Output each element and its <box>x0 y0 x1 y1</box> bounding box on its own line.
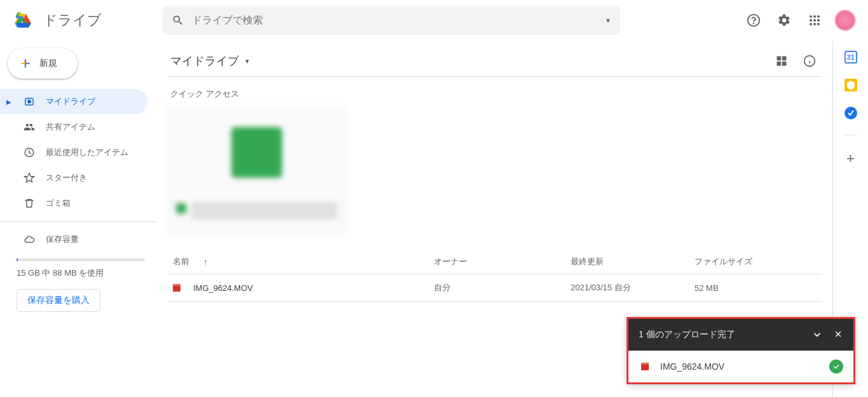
breadcrumb-label: マイドライブ <box>170 53 239 69</box>
sidebar-item-label: 共有アイテム <box>46 121 95 133</box>
sidebar: 新規 ▶ マイドライブ 共有アイテム 最近使用したアイテム <box>0 41 158 397</box>
sidebar-item-trash[interactable]: ゴミ箱 <box>0 191 147 216</box>
svg-point-16 <box>817 19 820 22</box>
storage-text: 15 GB 中 88 MB を使用 <box>17 267 145 279</box>
video-file-icon <box>639 361 651 372</box>
column-name[interactable]: 名前 ↑ <box>170 256 434 267</box>
sidebar-item-label: マイドライブ <box>46 96 95 107</box>
header-actions <box>741 8 863 33</box>
svg-marker-8 <box>16 17 24 19</box>
grid-view-icon[interactable] <box>769 48 794 74</box>
column-size[interactable]: ファイルサイズ <box>695 256 820 267</box>
svg-point-18 <box>813 23 816 25</box>
table-header: 名前 ↑ オーナー 最終更新 ファイルサイズ <box>168 250 822 274</box>
cloud-icon <box>23 234 36 245</box>
new-button-label: 新規 <box>39 58 57 69</box>
storage-bar <box>17 259 145 261</box>
sidebar-item-label: ゴミ箱 <box>46 198 71 209</box>
apps-icon[interactable] <box>802 8 827 33</box>
svg-point-15 <box>813 19 816 22</box>
file-modified: 2021/03/15 自分 <box>571 282 695 293</box>
shared-icon <box>23 121 36 133</box>
svg-rect-35 <box>644 363 645 365</box>
logo-area[interactable]: ドライブ <box>5 8 163 33</box>
upload-toast: 1 個のアップロード完了 IMG_9624.MOV <box>627 317 855 384</box>
toast-title: 1 個のアップロード完了 <box>639 329 735 340</box>
header: ドライブ ▼ <box>0 0 868 41</box>
breadcrumb[interactable]: マイドライブ ▼ <box>168 53 250 69</box>
sidebar-item-storage[interactable]: 保存容量 <box>0 227 147 252</box>
svg-marker-5 <box>16 23 31 27</box>
quick-access-title: クイック アクセス <box>170 88 822 100</box>
svg-point-12 <box>813 15 816 18</box>
recent-icon <box>23 147 36 158</box>
sidebar-item-mydrive[interactable]: ▶ マイドライブ <box>0 89 147 114</box>
file-name: IMG_9624.MOV <box>193 283 253 293</box>
divider <box>844 135 857 135</box>
svg-rect-25 <box>777 62 782 66</box>
keep-icon[interactable] <box>844 79 857 91</box>
details-icon[interactable] <box>797 48 822 74</box>
success-check-icon <box>829 360 843 373</box>
svg-rect-30 <box>173 285 175 286</box>
svg-point-13 <box>817 15 820 18</box>
file-size: 52 MB <box>695 283 820 293</box>
svg-rect-31 <box>175 285 177 286</box>
toast-item[interactable]: IMG_9624.MOV <box>628 351 853 382</box>
file-owner: 自分 <box>434 282 571 293</box>
table-row[interactable]: IMG_9624.MOV 自分 2021/03/15 自分 52 MB <box>168 274 822 302</box>
column-modified[interactable]: 最終更新 <box>571 256 695 267</box>
svg-rect-34 <box>642 363 643 365</box>
svg-point-11 <box>810 15 812 18</box>
svg-rect-37 <box>648 363 649 365</box>
account-avatar[interactable] <box>832 8 858 33</box>
column-owner[interactable]: オーナー <box>434 256 571 267</box>
search-options-icon[interactable]: ▼ <box>605 17 611 24</box>
svg-point-21 <box>28 100 31 104</box>
divider <box>0 221 158 222</box>
sort-arrow-icon: ↑ <box>203 257 208 267</box>
sidebar-item-starred[interactable]: スター付き <box>0 165 147 191</box>
search-input[interactable] <box>192 15 597 26</box>
svg-point-14 <box>810 19 812 22</box>
drive-logo-icon <box>13 8 38 33</box>
svg-rect-33 <box>179 285 180 286</box>
calendar-icon[interactable]: 31 <box>844 51 857 64</box>
sidebar-item-label: 最近使用したアイテム <box>46 147 128 158</box>
svg-point-10 <box>754 23 754 24</box>
star-icon <box>23 172 36 184</box>
tasks-icon[interactable] <box>844 107 857 119</box>
sidebar-item-shared[interactable]: 共有アイテム <box>0 114 147 140</box>
quick-access-card[interactable] <box>168 107 346 234</box>
app-name: ドライブ <box>43 11 102 30</box>
video-file-icon <box>170 282 183 293</box>
add-addon-icon[interactable]: + <box>846 151 855 167</box>
svg-rect-32 <box>177 285 179 286</box>
sidebar-item-label: 保存容量 <box>46 234 79 245</box>
svg-rect-24 <box>782 57 787 61</box>
trash-icon <box>23 198 36 209</box>
mydrive-icon <box>23 96 36 107</box>
settings-icon[interactable] <box>771 8 797 33</box>
support-icon[interactable] <box>741 8 766 33</box>
collapse-icon[interactable] <box>811 329 823 340</box>
sidebar-item-recent[interactable]: 最近使用したアイテム <box>0 140 147 165</box>
sidebar-item-label: スター付き <box>46 172 87 184</box>
close-icon[interactable] <box>833 329 843 340</box>
svg-point-17 <box>810 23 812 25</box>
toast-file-name: IMG_9624.MOV <box>660 361 724 372</box>
expand-icon[interactable]: ▶ <box>5 98 13 105</box>
toast-header: 1 個のアップロード完了 <box>628 319 853 351</box>
search-icon <box>172 14 184 27</box>
svg-rect-23 <box>777 57 782 61</box>
svg-rect-26 <box>782 62 787 66</box>
buy-storage-button[interactable]: 保存容量を購入 <box>17 289 100 312</box>
svg-point-19 <box>817 23 820 25</box>
search-bar[interactable]: ▼ <box>163 6 620 35</box>
new-button[interactable]: 新規 <box>8 48 78 79</box>
chevron-down-icon: ▼ <box>244 58 250 65</box>
svg-rect-36 <box>646 363 647 365</box>
